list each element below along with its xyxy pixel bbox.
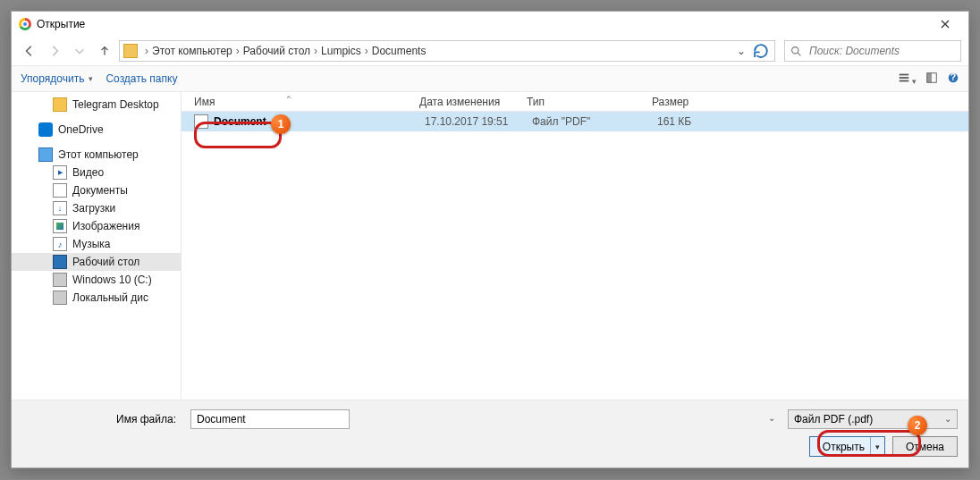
annotation-badge: 2 xyxy=(908,416,927,435)
search-icon xyxy=(790,46,802,57)
back-button[interactable] xyxy=(19,40,40,62)
svg-point-0 xyxy=(792,46,798,53)
sidebar-item-onedrive[interactable]: OneDrive xyxy=(12,121,181,139)
video-icon xyxy=(53,165,67,180)
downloads-icon xyxy=(53,201,67,215)
filename-label: Имя файла: xyxy=(22,413,183,425)
sidebar-item-local-disk[interactable]: Локальный дис xyxy=(12,289,181,307)
filename-input[interactable] xyxy=(190,409,350,429)
column-size[interactable]: Размер xyxy=(652,96,759,108)
up-button[interactable] xyxy=(94,40,115,62)
folder-icon xyxy=(53,97,67,112)
column-date[interactable]: Дата изменения xyxy=(419,96,527,108)
close-button[interactable] xyxy=(927,14,963,34)
svg-rect-3 xyxy=(900,80,909,81)
sidebar-item-pictures[interactable]: Изображения xyxy=(12,217,181,235)
pdf-file-icon xyxy=(194,114,208,129)
file-type-filter[interactable]: Файл PDF (.pdf) ⌄ xyxy=(788,409,958,429)
breadcrumb: Этот компьютер› xyxy=(152,41,243,61)
chrome-icon xyxy=(19,18,31,30)
open-split-dropdown[interactable]: ▾ xyxy=(870,437,884,456)
drive-icon xyxy=(53,273,67,287)
new-folder-button[interactable]: Создать папку xyxy=(106,72,177,85)
search-input[interactable] xyxy=(807,44,955,58)
svg-rect-5 xyxy=(927,72,932,82)
sort-indicator-icon: ⌃ xyxy=(285,95,292,104)
forward-button[interactable] xyxy=(44,40,65,62)
sidebar-item-documents[interactable]: Документы xyxy=(12,181,181,199)
drive-icon xyxy=(53,291,67,305)
sidebar: Telegram Desktop OneDrive Этот компьютер… xyxy=(12,92,182,400)
recent-dropdown[interactable] xyxy=(69,40,90,62)
search-box[interactable] xyxy=(784,40,961,62)
pc-icon xyxy=(38,147,53,162)
file-name: Document xyxy=(214,115,425,128)
document-icon xyxy=(53,183,67,198)
open-file-dialog: Открытие › Этот компьютер› Рабочий стол›… xyxy=(11,11,969,468)
sidebar-item-this-pc[interactable]: Этот компьютер xyxy=(12,146,181,164)
cancel-button[interactable]: Отмена xyxy=(892,436,958,457)
sidebar-item-downloads[interactable]: Загрузки xyxy=(12,199,181,217)
file-date: 17.10.2017 19:51 xyxy=(425,115,532,128)
open-button[interactable]: Открыть ▾ xyxy=(809,436,885,457)
file-size: 161 КБ xyxy=(657,115,765,128)
desktop-icon xyxy=(53,255,67,269)
column-name[interactable]: ⌃Имя xyxy=(187,96,419,108)
address-bar[interactable]: › Этот компьютер› Рабочий стол› Lumpics›… xyxy=(119,40,775,62)
column-headers: ⌃Имя Дата изменения Тип Размер xyxy=(182,92,968,112)
chevron-down-icon: ⌄ xyxy=(944,414,951,424)
svg-text:?: ? xyxy=(950,72,956,82)
toolbar: Упорядочить Создать папку ? xyxy=(12,65,968,92)
sidebar-item-videos[interactable]: Видео xyxy=(12,164,181,181)
titlebar: Открытие xyxy=(12,12,968,37)
organize-button[interactable]: Упорядочить xyxy=(21,72,93,85)
folder-icon xyxy=(123,44,138,58)
chevron-down-icon[interactable]: ⌄ xyxy=(731,41,751,61)
file-type: Файл "PDF" xyxy=(532,115,657,128)
breadcrumb: Рабочий стол› xyxy=(243,41,321,61)
breadcrumb: Documents xyxy=(372,41,427,61)
help-button[interactable]: ? xyxy=(947,72,959,87)
sidebar-item-desktop[interactable]: Рабочий стол xyxy=(12,253,181,271)
music-icon xyxy=(53,237,67,251)
chevron-down-icon[interactable]: ⌄ xyxy=(768,413,775,423)
sidebar-item-drive-c[interactable]: Windows 10 (C:) xyxy=(12,271,181,289)
footer: Имя файла: ⌄ Файл PDF (.pdf) ⌄ Открыть ▾… xyxy=(12,400,968,467)
onedrive-icon xyxy=(38,122,53,137)
column-type[interactable]: Тип xyxy=(527,96,652,108)
breadcrumb: Lumpics› xyxy=(321,41,372,61)
file-list: ⌃Имя Дата изменения Тип Размер Document … xyxy=(182,92,968,400)
svg-rect-1 xyxy=(900,73,909,75)
close-icon xyxy=(941,20,950,29)
pictures-icon xyxy=(53,219,67,233)
sidebar-item-telegram[interactable]: Telegram Desktop xyxy=(12,96,181,114)
preview-pane-button[interactable] xyxy=(925,72,938,87)
window-title: Открытие xyxy=(37,18,85,30)
nav-row: › Этот компьютер› Рабочий стол› Lumpics›… xyxy=(12,37,968,65)
view-options-button[interactable] xyxy=(898,72,917,87)
file-row[interactable]: Document 17.10.2017 19:51 Файл "PDF" 161… xyxy=(182,112,968,131)
svg-rect-2 xyxy=(900,77,909,79)
refresh-button[interactable] xyxy=(751,41,771,61)
annotation-badge: 1 xyxy=(271,114,291,134)
sidebar-item-music[interactable]: Музыка xyxy=(12,235,181,253)
